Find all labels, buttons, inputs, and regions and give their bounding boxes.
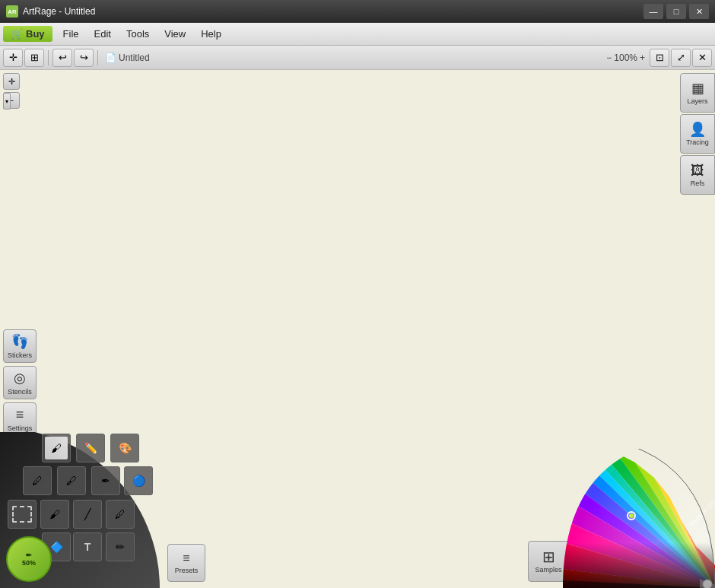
tool-item-brush[interactable]: 🖌	[40, 500, 69, 529]
tool-item-pencil[interactable]: ✏	[106, 532, 135, 561]
presets-label: Presets	[175, 567, 199, 574]
grid-button[interactable]: ⊞	[24, 49, 44, 67]
redo-button[interactable]: ↪	[74, 49, 94, 67]
refs-label: Refs	[691, 180, 705, 187]
stencils-label: Stencils	[8, 388, 32, 396]
active-tool-percent: 50%	[22, 559, 36, 567]
pan-button[interactable]: ✛	[3, 73, 20, 90]
zoom-in-icon[interactable]: +	[640, 52, 645, 63]
zoom-control: − 100% +	[603, 52, 648, 63]
refs-icon: 🖼	[691, 164, 704, 177]
stickers-icon: 👣	[11, 333, 28, 350]
refs-button[interactable]: 🖼 Refs	[680, 155, 715, 195]
title-bar: AR ArtRage - Untitled — □ ✕	[0, 0, 715, 23]
stickers-button[interactable]: 👣 Stickers	[3, 329, 37, 363]
fit-button[interactable]: ⊡	[650, 49, 669, 67]
left-panel-buttons: 👣 Stickers ◎ Stencils ≡ Settings	[3, 329, 37, 436]
presets-button[interactable]: ≡ Presets	[167, 544, 205, 582]
tool-item-5[interactable]: ✒	[91, 466, 120, 495]
title-bar-left: AR ArtRage - Untitled	[6, 5, 95, 17]
document-info: 📄 Untitled	[102, 52, 153, 63]
stickers-label: Stickers	[8, 351, 32, 359]
tracing-label: Tracing	[686, 138, 709, 146]
presets-icon: ≡	[183, 551, 189, 565]
app-icon: AR	[6, 5, 18, 17]
tool-item-2[interactable]: 🎨	[110, 434, 139, 462]
color-wheel-svg: Metallic 0%	[563, 436, 715, 588]
svg-point-3	[703, 580, 712, 588]
menu-file[interactable]: File	[56, 25, 87, 43]
layers-label: Layers	[687, 97, 707, 105]
toolbar-close-button[interactable]: ✕	[692, 49, 712, 67]
zoom-percent: 100%	[614, 52, 637, 63]
title-bar-title: ArtRage - Untitled	[23, 6, 95, 17]
minimize-button[interactable]: —	[644, 4, 663, 19]
tool-arrow-button[interactable]: ▾	[3, 93, 11, 110]
undo-button[interactable]: ↩	[52, 49, 72, 67]
color-wheel-container[interactable]: Metallic 0%	[563, 436, 715, 588]
move-tool-button[interactable]: ✛	[3, 49, 23, 67]
layers-button[interactable]: ▦ Layers	[680, 73, 715, 113]
settings-icon: ≡	[16, 407, 24, 423]
active-tool-indicator[interactable]: ✏ 50%	[6, 536, 52, 582]
menu-edit[interactable]: Edit	[87, 25, 119, 43]
tracing-button[interactable]: 👤 Tracing	[680, 114, 715, 154]
settings-label: Settings	[8, 424, 33, 432]
maximize-button[interactable]: □	[666, 4, 686, 19]
tool-item-line[interactable]: ╱	[73, 500, 102, 529]
tool-item-marker[interactable]: 🖊	[106, 500, 135, 529]
layers-icon: ▦	[691, 81, 704, 95]
buy-label: Buy	[26, 28, 45, 40]
settings-button[interactable]: ≡ Settings	[3, 402, 37, 436]
tool-item-selection[interactable]	[8, 500, 37, 529]
menu-bar: 🛒 Buy File Edit Tools View Help	[0, 23, 715, 46]
close-button[interactable]: ✕	[689, 4, 709, 19]
fullscreen-button[interactable]: ⤢	[671, 49, 691, 67]
tool-item-1[interactable]: ✏️	[76, 434, 105, 462]
menu-help[interactable]: Help	[193, 25, 229, 43]
tool-item-6[interactable]: 🔵	[124, 466, 153, 495]
menu-tools[interactable]: Tools	[119, 25, 157, 43]
left-toolbar-extra: ▾	[3, 93, 11, 110]
tracing-icon: 👤	[689, 122, 706, 136]
svg-point-2	[629, 513, 634, 518]
tool-wheel-container: 🖌 ✏️ 🎨 🖊 🖋 ✒ 🔵 🖌 ╱ 🖊	[0, 432, 164, 588]
buy-icon: 🛒	[11, 28, 23, 40]
toolbar: ✛ ⊞ ↩ ↪ 📄 Untitled − 100% + ⊡ ⤢ ✕	[0, 46, 715, 70]
doc-name: Untitled	[119, 52, 150, 63]
samples-label: Samples	[535, 566, 561, 574]
canvas-area[interactable]: ✛ − ▾ 👣 Stickers ◎ Stencils ≡ Settings 🖌…	[0, 70, 715, 588]
right-panel-buttons: ▦ Layers 👤 Tracing 🖼 Refs	[680, 73, 715, 195]
tool-item-text[interactable]: T	[73, 532, 102, 561]
active-tool-icon: ✏	[26, 551, 32, 559]
title-bar-controls: — □ ✕	[644, 4, 709, 19]
tool-item-3[interactable]: 🖊	[23, 466, 52, 495]
tool-item-0[interactable]: 🖌	[42, 434, 71, 462]
toolbar-separator-1	[48, 50, 49, 65]
stencils-icon: ◎	[14, 370, 26, 386]
toolbar-separator-2	[97, 50, 98, 65]
tool-item-4[interactable]: 🖋	[57, 466, 86, 495]
stencils-button[interactable]: ◎ Stencils	[3, 366, 37, 399]
doc-icon: 📄	[105, 52, 116, 63]
samples-icon: ⊞	[542, 549, 555, 564]
zoom-out-icon[interactable]: −	[606, 52, 612, 63]
menu-view[interactable]: View	[157, 25, 193, 43]
menu-buy[interactable]: 🛒 Buy	[3, 26, 52, 42]
